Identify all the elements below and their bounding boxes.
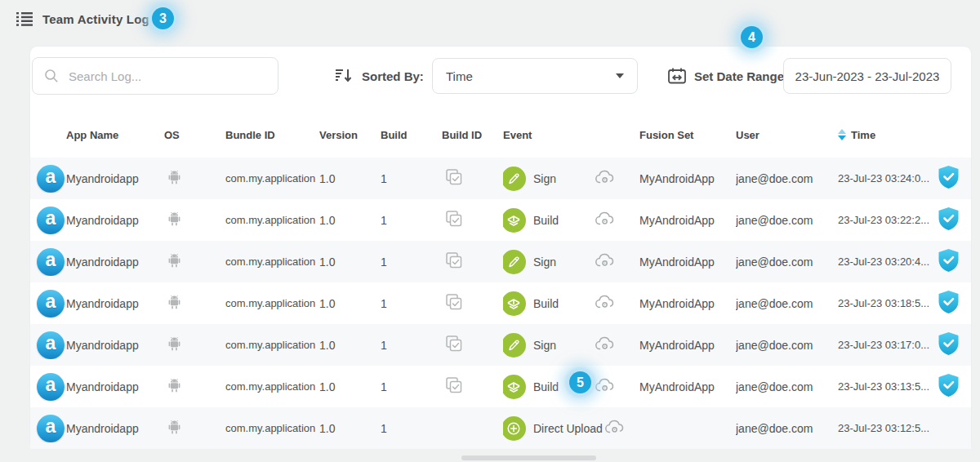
- cloud-eye-icon[interactable]: [595, 252, 616, 270]
- verified-cell: [938, 331, 967, 358]
- time-cell: 23-Jul-23 03:24:0...: [838, 172, 938, 184]
- fusion-set-cell: MyAndroidApp: [639, 297, 736, 310]
- android-icon: [168, 212, 180, 226]
- date-range-input[interactable]: 23-Jun-2023 - 23-Jul-2023: [783, 58, 951, 94]
- sort-select-value: Time: [446, 69, 473, 83]
- app-name-cell: Myandroidapp: [66, 255, 164, 269]
- table-row[interactable]: a Myandroidapp com.my.application 1.0 1: [30, 282, 971, 324]
- table-row[interactable]: a Myandroidapp com.my.application 1.0 1: [30, 407, 971, 449]
- search-icon: [44, 69, 59, 83]
- verified-cell: [938, 207, 967, 233]
- coach-badge-4[interactable]: 4: [741, 26, 763, 48]
- app-name-cell: Myandroidapp: [66, 422, 164, 435]
- os-cell: [164, 171, 225, 187]
- app-avatar-cell: a: [30, 207, 66, 234]
- event-cell: Sign: [503, 158, 639, 199]
- event-icon: [503, 375, 526, 399]
- search-box[interactable]: [32, 57, 278, 95]
- fusion-set-cell: MyAndroidApp: [639, 380, 736, 393]
- android-icon: [168, 420, 180, 434]
- build-cell: 1: [381, 297, 442, 310]
- event-cell: Build: [503, 199, 639, 241]
- event-cell: Direct Upload: [503, 407, 639, 449]
- event-icon: [503, 208, 526, 233]
- android-icon: [168, 254, 180, 268]
- verified-cell: [938, 373, 967, 400]
- time-cell: 23-Jul-23 03:17:0...: [838, 339, 938, 351]
- time-cell: 23-Jul-23 03:20:4...: [838, 255, 938, 268]
- fusion-set-cell: MyAndroidApp: [639, 339, 736, 352]
- bundle-id-cell: com.my.application: [225, 339, 319, 351]
- bundle-id-cell: com.my.application: [225, 214, 319, 226]
- os-cell: [164, 295, 225, 312]
- coach-badge-5[interactable]: 5: [569, 371, 591, 393]
- android-icon: [168, 171, 180, 184]
- col-build: Build: [381, 129, 442, 141]
- os-cell: [164, 254, 225, 270]
- build-id-cell: [442, 168, 503, 189]
- col-time-sortable[interactable]: Time: [838, 129, 938, 141]
- fusion-set-cell: MyAndroidApp: [639, 255, 736, 269]
- sort-icon: [336, 69, 354, 83]
- app-name-cell: Myandroidapp: [66, 214, 164, 227]
- android-icon: [168, 379, 180, 393]
- horizontal-scrollbar[interactable]: [461, 455, 596, 460]
- date-range-value: 23-Jun-2023 - 23-Jul-2023: [795, 69, 940, 83]
- sort-select[interactable]: Time: [432, 58, 638, 94]
- table-row[interactable]: a Myandroidapp com.my.application 1.0 1: [30, 199, 971, 241]
- coach-badge-3[interactable]: 3: [152, 7, 174, 29]
- cloud-eye-icon[interactable]: [595, 377, 616, 395]
- build-id-icon[interactable]: [445, 335, 463, 353]
- version-cell: 1.0: [319, 380, 381, 393]
- date-range-label: Set Date Range:: [694, 69, 788, 83]
- user-cell: jane@doe.com: [736, 172, 838, 185]
- build-id-cell: [442, 335, 503, 355]
- build-id-icon[interactable]: [445, 376, 463, 394]
- activity-table: App Name OS Bundle ID Version Build Buil…: [30, 112, 971, 449]
- os-cell: [164, 337, 225, 353]
- col-user: User: [736, 129, 838, 141]
- app-avatar-icon: a: [37, 207, 65, 234]
- cloud-eye-icon[interactable]: [595, 335, 616, 353]
- build-id-cell: [442, 376, 503, 397]
- event-icon: [503, 291, 526, 316]
- build-cell: 1: [381, 380, 442, 393]
- os-cell: [164, 212, 225, 229]
- build-id-icon[interactable]: [445, 168, 463, 186]
- build-id-cell: [442, 210, 503, 230]
- cloud-eye-icon[interactable]: [595, 211, 616, 229]
- table-row[interactable]: a Myandroidapp com.my.application 1.0 1: [30, 158, 971, 199]
- android-icon: [168, 337, 180, 351]
- cloud-eye-icon[interactable]: [595, 169, 616, 187]
- shield-check-icon: [938, 248, 960, 273]
- activity-log-card: Sorted By: Time Set Date Range: 23-Jun-2…: [29, 46, 972, 449]
- verified-cell: [938, 165, 967, 192]
- event-icon: [503, 250, 526, 274]
- calendar-icon: [668, 68, 686, 84]
- event-icon: [503, 416, 526, 441]
- app-avatar-icon: a: [37, 290, 65, 318]
- event-label: Build: [533, 380, 559, 393]
- build-id-icon[interactable]: [445, 293, 463, 311]
- user-cell: jane@doe.com: [736, 422, 838, 435]
- col-event: Event: [503, 129, 639, 141]
- build-id-icon[interactable]: [445, 251, 463, 269]
- event-label: Sign: [533, 255, 556, 269]
- col-version: Version: [319, 129, 381, 141]
- build-id-icon[interactable]: [445, 210, 463, 228]
- build-cell: 1: [381, 339, 442, 352]
- table-row[interactable]: a Myandroidapp com.my.application 1.0 1: [30, 324, 971, 366]
- vertical-scrollbar-track[interactable]: [972, 0, 980, 462]
- cloud-eye-icon[interactable]: [604, 419, 626, 437]
- table-row[interactable]: a Myandroidapp com.my.application 1.0 1: [30, 366, 971, 407]
- fusion-set-cell: MyAndroidApp: [639, 214, 736, 227]
- build-cell: 1: [381, 255, 442, 269]
- shield-check-icon: [938, 331, 960, 356]
- version-cell: 1.0: [319, 255, 381, 269]
- table-row[interactable]: a Myandroidapp com.my.application 1.0 1: [30, 241, 971, 282]
- shield-check-icon: [938, 290, 960, 314]
- cloud-eye-icon[interactable]: [595, 294, 616, 312]
- search-input[interactable]: [69, 69, 266, 83]
- time-sort-arrows-icon[interactable]: [838, 129, 846, 140]
- col-bundle-id: Bundle ID: [225, 129, 319, 141]
